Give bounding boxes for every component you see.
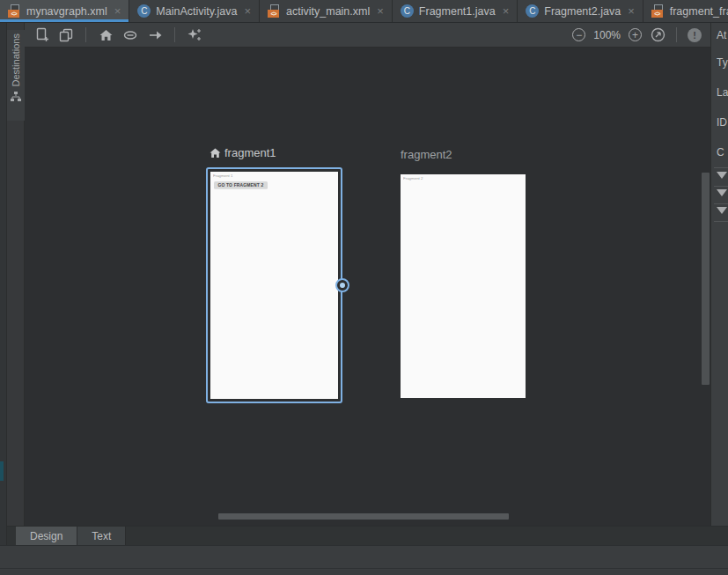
tab-label: fragment_fragment2	[670, 5, 728, 18]
fragment1-header[interactable]: fragment1	[210, 146, 276, 159]
java-class-icon: C	[526, 4, 539, 18]
destinations-label: Destinations	[11, 33, 21, 87]
tab-strip-spacer	[7, 527, 16, 545]
vertical-scrollbar-thumb[interactable]	[702, 173, 710, 385]
tab-fragment2-java[interactable]: C Fragment2.java ×	[518, 0, 643, 22]
go-to-fragment2-button: GO TO FRAGMENT 2	[214, 181, 268, 189]
attribute-row-id: ID	[717, 116, 727, 129]
deep-link-icon[interactable]	[122, 27, 138, 43]
zoom-to-fit-button[interactable]	[650, 27, 665, 43]
destinations-tool-tab[interactable]: Destinations	[7, 30, 25, 121]
action-handle-dot	[340, 283, 345, 288]
editor-tab-bar: <> mynavgraph.xml × C MainActivity.java …	[0, 0, 728, 23]
toolbar-separator	[85, 27, 86, 42]
start-destination-home-icon	[210, 148, 221, 158]
editor-mode-tab-strip: Design Text	[7, 526, 728, 545]
new-destination-button[interactable]	[33, 27, 49, 43]
chevron-down-icon[interactable]	[717, 172, 727, 179]
java-class-icon: C	[401, 4, 414, 18]
xml-file-icon: <>	[651, 4, 665, 18]
attribute-row-type: Ty	[717, 56, 728, 69]
text-tab-label: Text	[92, 530, 111, 542]
tab-label: activity_main.xml	[286, 5, 370, 18]
section-divider	[714, 186, 728, 187]
fragment2-preview-title: Fragment 2	[403, 176, 423, 181]
fragment2-header[interactable]: fragment2	[401, 148, 452, 161]
java-class-icon: C	[137, 4, 151, 18]
fragment1-preview: Fragment 1 GO TO FRAGMENT 2	[210, 172, 338, 399]
attributes-panel: At Ty La ID C	[710, 23, 728, 526]
tool-stripe-indicator	[0, 461, 4, 481]
nested-graph-button[interactable]	[58, 27, 74, 43]
status-bar-lower	[0, 568, 728, 575]
attribute-row-label: La	[717, 86, 728, 99]
fragment2-destination[interactable]: Fragment 2	[401, 174, 526, 398]
status-bar	[0, 545, 728, 568]
chevron-down-icon[interactable]	[717, 207, 727, 214]
tab-design[interactable]: Design	[16, 527, 77, 545]
navigation-editor-window: <> mynavgraph.xml × C MainActivity.java …	[0, 0, 728, 575]
zoom-out-button[interactable]: −	[572, 28, 585, 41]
action-arrow-button[interactable]	[147, 27, 163, 43]
tab-label: mynavgraph.xml	[26, 5, 107, 18]
section-divider	[714, 221, 728, 222]
fragment2-name: fragment2	[401, 148, 452, 161]
fragment1-preview-title: Fragment 1	[213, 173, 232, 178]
toolbar-separator	[174, 27, 175, 42]
tab-fragment-fragment2-xml[interactable]: <> fragment_fragment2	[643, 0, 728, 22]
tab-mainactivity-java[interactable]: C MainActivity.java ×	[129, 0, 260, 22]
tab-fragment1-java[interactable]: C Fragment1.java ×	[393, 0, 518, 22]
action-handle[interactable]	[335, 278, 349, 292]
auto-arrange-icon[interactable]	[187, 27, 202, 43]
horizontal-scrollbar-thumb[interactable]	[218, 513, 509, 520]
tab-activity-main-xml[interactable]: <> activity_main.xml ×	[260, 0, 393, 22]
tab-label: MainActivity.java	[156, 5, 237, 18]
tab-text[interactable]: Text	[77, 527, 126, 545]
fragment1-name: fragment1	[224, 146, 276, 159]
nav-graph-canvas[interactable]: fragment1 Fragment 1 GO TO FRAGMENT 2 fr…	[25, 48, 710, 526]
close-icon[interactable]: ×	[628, 5, 635, 17]
toolbar-left-group	[33, 27, 202, 43]
xml-file-icon: <>	[8, 4, 21, 18]
assign-start-destination-button[interactable]	[98, 27, 114, 43]
hierarchy-icon	[11, 92, 21, 102]
xml-file-icon: <>	[268, 4, 281, 18]
close-icon[interactable]: ×	[114, 5, 121, 17]
tab-label: Fragment2.java	[544, 5, 621, 18]
fragment1-destination-selected[interactable]: Fragment 1 GO TO FRAGMENT 2	[206, 167, 342, 403]
section-divider	[714, 167, 728, 168]
tab-label: Fragment1.java	[419, 5, 496, 18]
zoom-level: 100%	[593, 29, 621, 41]
toolbar-zoom-group: − 100% + !	[572, 27, 702, 43]
chevron-down-icon[interactable]	[717, 189, 727, 196]
design-tab-label: Design	[30, 530, 63, 542]
nav-editor-toolbar: − 100% + !	[25, 23, 710, 48]
attributes-panel-header: At	[717, 29, 726, 41]
tab-mynavgraph-xml[interactable]: <> mynavgraph.xml ×	[0, 0, 129, 22]
close-icon[interactable]: ×	[503, 5, 510, 17]
zoom-in-button[interactable]: +	[629, 28, 642, 41]
close-icon[interactable]: ×	[244, 5, 251, 17]
section-divider	[714, 203, 728, 204]
close-icon[interactable]: ×	[377, 5, 384, 17]
warnings-icon[interactable]: !	[688, 28, 702, 42]
attribute-row-class: C	[717, 146, 724, 158]
toolbar-separator	[676, 27, 677, 42]
